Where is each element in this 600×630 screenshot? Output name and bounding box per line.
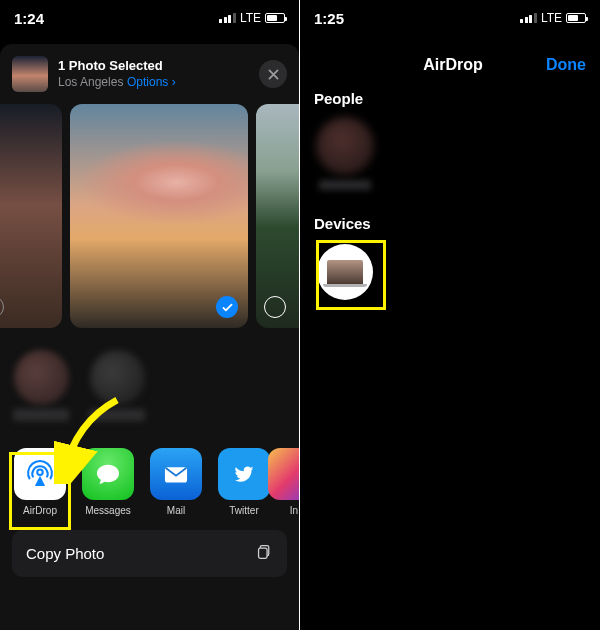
devices-section-title: Devices <box>300 205 600 238</box>
close-icon <box>267 68 280 81</box>
contacts-row[interactable] <box>12 350 287 426</box>
svg-point-0 <box>37 470 42 475</box>
chevron-right-icon: › <box>172 75 176 89</box>
device-circle <box>317 244 373 300</box>
status-time: 1:25 <box>314 10 344 27</box>
network-label: LTE <box>541 11 562 25</box>
airdrop-header: AirDrop Done <box>300 42 600 80</box>
photo-item[interactable] <box>256 104 299 328</box>
share-app-mail[interactable]: Mail <box>148 448 204 516</box>
airdrop-devices-row <box>300 238 600 306</box>
share-header-text: 1 Photo Selected Los Angeles Options › <box>58 58 249 91</box>
mail-icon <box>150 448 202 500</box>
signal-icon <box>219 13 236 23</box>
status-bar: 1:24 LTE <box>0 0 299 36</box>
battery-icon <box>265 13 285 23</box>
airdrop-screen: 1:25 LTE AirDrop Done People Devices <box>300 0 600 630</box>
avatar <box>316 117 374 175</box>
instagram-icon <box>268 448 299 500</box>
svg-rect-3 <box>259 548 268 558</box>
copy-icon <box>256 543 273 564</box>
share-sheet-screen: 1:24 LTE 1 Photo Selected Los Angeles Op… <box>0 0 300 630</box>
selection-ring-icon[interactable] <box>264 296 286 318</box>
share-app-messages[interactable]: Messages <box>80 448 136 516</box>
airdrop-person[interactable] <box>314 117 376 195</box>
people-section-title: People <box>300 80 600 113</box>
selected-thumbnail[interactable] <box>12 56 48 92</box>
contact-label <box>13 409 69 421</box>
airdrop-people-row <box>300 113 600 205</box>
photo-item[interactable] <box>0 104 62 328</box>
airdrop-icon <box>14 448 66 500</box>
contact-item[interactable] <box>88 350 146 426</box>
network-label: LTE <box>240 11 261 25</box>
battery-icon <box>566 13 586 23</box>
app-label: In <box>290 505 298 516</box>
signal-icon <box>520 13 537 23</box>
done-button[interactable]: Done <box>546 56 586 74</box>
share-app-twitter[interactable]: Twitter <box>216 448 272 516</box>
close-button[interactable] <box>259 60 287 88</box>
copy-photo-action[interactable]: Copy Photo <box>12 530 287 577</box>
status-right: LTE <box>520 11 586 25</box>
selection-ring-icon[interactable] <box>0 296 4 318</box>
status-right: LTE <box>219 11 285 25</box>
share-apps-row[interactable]: AirDrop Messages Mail Twitter <box>12 448 299 516</box>
contact-label <box>89 409 145 421</box>
actions-list: Copy Photo <box>12 530 287 577</box>
share-app-airdrop[interactable]: AirDrop <box>12 448 68 516</box>
status-time: 1:24 <box>14 10 44 27</box>
share-subtitle: Los Angeles <box>58 75 123 89</box>
macbook-icon <box>327 260 363 284</box>
share-sheet: 1 Photo Selected Los Angeles Options › <box>0 44 299 630</box>
status-bar: 1:25 LTE <box>300 0 600 36</box>
app-label: Messages <box>85 505 131 516</box>
app-label: Mail <box>167 505 185 516</box>
twitter-icon <box>218 448 270 500</box>
action-label: Copy Photo <box>26 545 104 562</box>
contact-item[interactable] <box>12 350 70 426</box>
avatar <box>90 350 145 405</box>
photo-item[interactable] <box>70 104 248 328</box>
share-header: 1 Photo Selected Los Angeles Options › <box>0 44 299 104</box>
share-options-link[interactable]: Options › <box>127 75 176 89</box>
photo-carousel[interactable] <box>0 104 299 342</box>
messages-icon <box>82 448 134 500</box>
avatar <box>14 350 69 405</box>
share-app-instagram[interactable]: In <box>284 448 299 516</box>
airdrop-device[interactable] <box>314 244 376 300</box>
app-label: Twitter <box>229 505 258 516</box>
share-title: 1 Photo Selected <box>58 58 249 74</box>
app-label: AirDrop <box>23 505 57 516</box>
airdrop-title: AirDrop <box>423 56 483 74</box>
selection-check-icon[interactable] <box>216 296 238 318</box>
person-label <box>319 180 371 190</box>
